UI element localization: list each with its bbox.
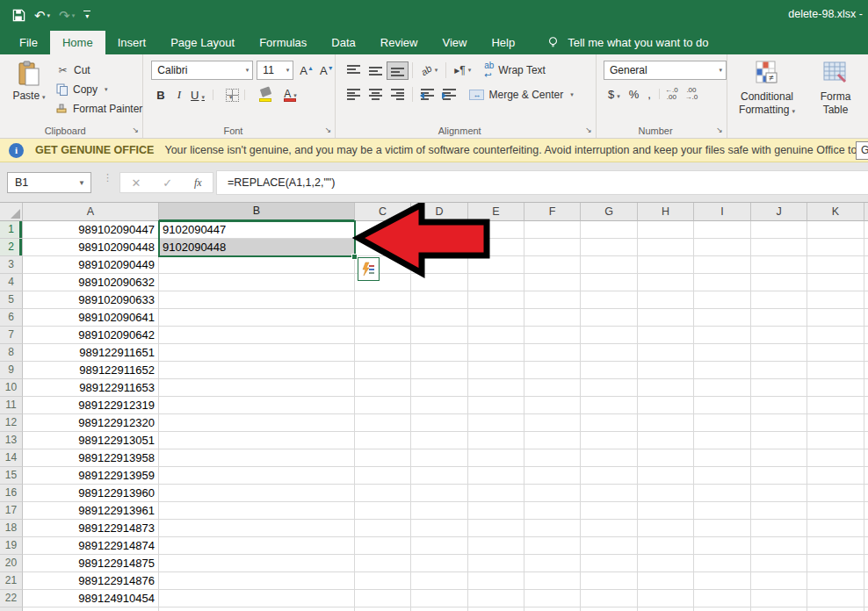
cell-G3[interactable] (581, 256, 638, 274)
cell-E16[interactable] (468, 485, 524, 502)
top-align-button[interactable] (343, 61, 365, 80)
clipboard-dialog-launcher-icon[interactable]: ↘ (130, 125, 141, 135)
cell-D14[interactable] (411, 449, 468, 467)
cell-J13[interactable] (751, 432, 807, 449)
cell-I14[interactable] (694, 449, 751, 467)
cell-K11[interactable] (807, 397, 864, 414)
row-header-13[interactable]: 13 (0, 432, 23, 449)
cell-G6[interactable] (581, 309, 638, 327)
column-header-d[interactable]: D (411, 203, 468, 221)
font-dialog-launcher-icon[interactable]: ↘ (322, 125, 333, 135)
cell-E15[interactable] (468, 467, 524, 485)
cell-D16[interactable] (411, 485, 468, 502)
orientation-button[interactable]: ab (416, 61, 442, 79)
cell-K10[interactable] (807, 379, 864, 397)
cell-I10[interactable] (694, 379, 751, 397)
tab-page-layout[interactable]: Page Layout (158, 31, 247, 54)
cell-F21[interactable] (524, 572, 581, 590)
cell-D4[interactable] (411, 274, 468, 291)
cell-C8[interactable] (355, 344, 411, 362)
column-header-k[interactable]: K (807, 203, 864, 221)
middle-align-button[interactable] (365, 61, 387, 80)
flash-fill-options-button[interactable] (358, 257, 380, 281)
decrease-indent-button[interactable] (416, 85, 438, 104)
cell-K19[interactable] (807, 537, 864, 555)
cell-A16[interactable]: 989122913960 (23, 485, 159, 502)
cell-J2[interactable] (751, 239, 807, 256)
cell-G9[interactable] (581, 362, 638, 379)
cell-E19[interactable] (468, 537, 524, 555)
row-header-10[interactable]: 10 (0, 379, 23, 397)
cell-F14[interactable] (524, 449, 581, 467)
tell-me-box[interactable]: Tell me what you want to do (546, 31, 708, 54)
column-header-g[interactable]: G (581, 203, 638, 221)
cell-I21[interactable] (694, 572, 751, 590)
cell-H14[interactable] (638, 449, 694, 467)
cell-J9[interactable] (751, 362, 807, 379)
row-header-20[interactable]: 20 (0, 555, 23, 572)
cell-G13[interactable] (581, 432, 638, 449)
cell-F7[interactable] (524, 327, 581, 344)
cell-F3[interactable] (524, 256, 581, 274)
cell-F19[interactable] (524, 537, 581, 555)
row-header-1[interactable]: 1 (0, 221, 23, 239)
conditional-formatting-button[interactable]: ≠ ConditionalFormatting (734, 61, 799, 138)
insert-function-icon[interactable]: fx (194, 176, 202, 190)
cell-C2[interactable] (355, 239, 411, 256)
cell-A22[interactable]: 989124910454 (23, 590, 159, 607)
row-header-21[interactable]: 21 (0, 572, 23, 590)
cell-F6[interactable] (524, 309, 581, 327)
cell-K6[interactable] (807, 309, 864, 327)
cell-H2[interactable] (638, 239, 694, 256)
cell-H3[interactable] (638, 256, 694, 274)
cell-D8[interactable] (411, 344, 468, 362)
cell-A7[interactable]: 989102090642 (23, 327, 159, 344)
cell-K15[interactable] (807, 467, 864, 485)
cell-I15[interactable] (694, 467, 751, 485)
row-header-7[interactable]: 7 (0, 327, 23, 344)
format-as-table-button[interactable]: FormaTable (803, 61, 868, 138)
cell-H21[interactable] (638, 572, 694, 590)
cell-K7[interactable] (807, 327, 864, 344)
name-box-dropdown-icon[interactable]: ▼ (73, 179, 90, 187)
cell-F15[interactable] (524, 467, 581, 485)
cell-C7[interactable] (355, 327, 411, 344)
formula-bar-grip[interactable]: ⋮ (103, 175, 112, 180)
cell-A14[interactable]: 989122913958 (23, 449, 159, 467)
column-header-j[interactable]: J (751, 203, 807, 221)
cell-J6[interactable] (751, 309, 807, 327)
cell-J17[interactable] (751, 502, 807, 520)
cell-B4[interactable] (159, 274, 355, 291)
format-painter-button[interactable]: Format Painter (56, 101, 142, 117)
cell-D11[interactable] (411, 397, 468, 414)
cell-G21[interactable] (581, 572, 638, 590)
cell-partial[interactable] (581, 607, 638, 611)
bottom-align-button[interactable] (387, 61, 409, 80)
cell-D22[interactable] (411, 590, 468, 607)
cell-J10[interactable] (751, 379, 807, 397)
cell-A8[interactable]: 989122911651 (23, 344, 159, 362)
cell-F2[interactable] (524, 239, 581, 256)
cell-G12[interactable] (581, 414, 638, 432)
cell-F17[interactable] (524, 502, 581, 520)
cell-J14[interactable] (751, 449, 807, 467)
cell-partial[interactable] (807, 607, 864, 611)
cell-F13[interactable] (524, 432, 581, 449)
cell-partial[interactable] (694, 607, 751, 611)
cell-K2[interactable] (807, 239, 864, 256)
underline-button[interactable]: U (188, 89, 207, 102)
cell-C16[interactable] (355, 485, 411, 502)
cell-C11[interactable] (355, 397, 411, 414)
cell-H17[interactable] (638, 502, 694, 520)
cell-E11[interactable] (468, 397, 524, 414)
column-header-e[interactable]: E (468, 203, 524, 221)
cell-F9[interactable] (524, 362, 581, 379)
cell-partial[interactable] (23, 607, 159, 611)
row-header-18[interactable]: 18 (0, 520, 23, 537)
tab-formulas[interactable]: Formulas (247, 31, 319, 54)
cell-I17[interactable] (694, 502, 751, 520)
cell-A20[interactable]: 989122914875 (23, 555, 159, 572)
cell-K4[interactable] (807, 274, 864, 291)
row-header-4[interactable]: 4 (0, 274, 23, 291)
cell-E8[interactable] (468, 344, 524, 362)
